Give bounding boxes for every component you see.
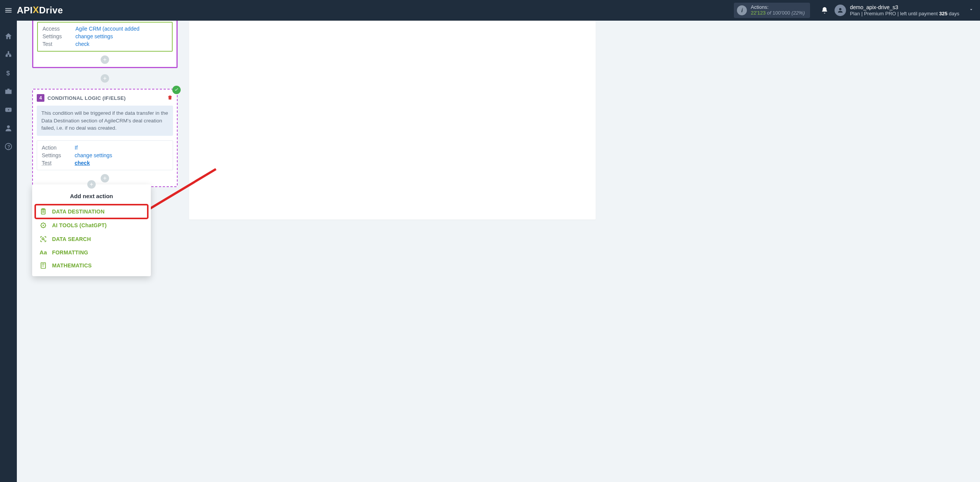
workflow-column: Access Agile CRM (account added Settings… <box>32 21 178 187</box>
workflow-step-card: Access Agile CRM (account added Settings… <box>32 21 178 68</box>
trash-icon <box>167 94 173 101</box>
clipboard-icon <box>39 208 47 215</box>
svg-point-8 <box>42 238 44 240</box>
left-sidebar: $ ? <box>0 21 17 482</box>
actions-counter[interactable]: i Actions: 22'123 of 100'000 (22%) <box>734 3 810 18</box>
kv-key: Test <box>42 41 71 47</box>
user-menu[interactable]: demo_apix-drive_s3 Plan | Premium PRO | … <box>832 4 976 16</box>
add-inside-cond-button[interactable]: + <box>101 174 109 182</box>
check-link[interactable]: check <box>75 160 90 166</box>
delete-step-button[interactable] <box>167 94 173 102</box>
svg-text:?: ? <box>7 144 10 150</box>
plan-days: 325 <box>939 11 947 16</box>
popover-item-mathematics[interactable]: MATHEMATICS <box>35 259 148 272</box>
actions-numbers: 22'123 of 100'000 (22%) <box>751 10 805 16</box>
dollar-icon[interactable]: $ <box>4 69 13 77</box>
kv-row-settings: Settings change settings <box>41 33 169 40</box>
actions-pct: (22%) <box>792 10 805 16</box>
change-settings-link[interactable]: change settings <box>75 33 113 39</box>
plan-prefix: Plan | <box>850 11 862 16</box>
add-step-inside-button[interactable]: + <box>101 55 109 64</box>
conditional-card-header: 4 CONDITIONAL LOGIC (IF/ELSE) <box>37 94 173 102</box>
bell-icon <box>821 7 828 14</box>
gear-head-icon <box>39 221 47 229</box>
chevron-down-icon <box>969 7 974 12</box>
kv-key: Access <box>42 26 71 32</box>
scan-icon <box>39 235 47 243</box>
actions-used: 22'123 <box>751 10 766 16</box>
add-step-between-button[interactable]: + <box>101 74 109 83</box>
user-icon <box>837 7 844 14</box>
popover-item-label: DATA SEARCH <box>52 236 91 242</box>
avatar <box>835 5 846 16</box>
plan-name: Premium PRO <box>864 11 896 16</box>
access-link[interactable]: Agile CRM (account added <box>75 26 139 32</box>
actions-of: of <box>767 10 771 16</box>
main-area: Access Agile CRM (account added Settings… <box>17 21 980 482</box>
popover-plus-button[interactable]: + <box>87 180 96 189</box>
kv-key: Settings <box>42 33 71 39</box>
change-settings-link[interactable]: change settings <box>75 152 112 158</box>
actions-label: Actions: <box>751 5 805 10</box>
data-destination-block: Access Agile CRM (account added Settings… <box>37 22 173 52</box>
user-menu-caret <box>969 7 974 13</box>
step-title: CONDITIONAL LOGIC (IF/ELSE) <box>47 95 126 101</box>
actions-total: 100'000 <box>773 10 790 16</box>
popover-item-formatting[interactable]: Aa FORMATTING <box>35 246 148 259</box>
kv-row-settings: Settings change settings <box>40 151 170 159</box>
status-check-badge <box>172 86 181 94</box>
briefcase-icon[interactable] <box>4 87 13 96</box>
kv-row-access: Access Agile CRM (account added <box>41 25 169 33</box>
home-icon[interactable] <box>4 32 13 41</box>
detail-panel <box>189 21 596 220</box>
action-if-link[interactable]: If <box>75 145 78 151</box>
popover-item-ai-tools[interactable]: AI TOOLS (ChatGPT) <box>35 218 148 232</box>
condition-kv-table: Action If Settings change settings Test … <box>37 140 173 170</box>
popover-title: Add next action <box>35 193 148 199</box>
step-number: 4 <box>37 94 44 102</box>
kv-row-test: Test check <box>41 40 169 48</box>
conditional-logic-card: 4 CONDITIONAL LOGIC (IF/ELSE) This condi… <box>32 89 178 187</box>
check-link[interactable]: check <box>75 41 90 47</box>
add-next-action-popover: + Add next action DATA DESTINATION AI TO… <box>32 184 151 276</box>
youtube-icon[interactable] <box>4 106 13 114</box>
user-plan: Plan | Premium PRO | left until payment … <box>850 11 959 17</box>
kv-row-test: Test check <box>40 159 170 167</box>
hamburger-menu-button[interactable] <box>0 0 17 21</box>
popover-item-data-search[interactable]: DATA SEARCH <box>35 232 148 246</box>
popover-item-label: MATHEMATICS <box>52 262 92 269</box>
popover-item-label: DATA DESTINATION <box>52 208 105 215</box>
kv-key: Action <box>42 145 70 151</box>
notifications-button[interactable] <box>817 0 832 21</box>
plan-suffix: days <box>949 11 959 16</box>
hamburger-icon <box>4 6 13 15</box>
kv-table: Access Agile CRM (account added Settings… <box>38 23 172 51</box>
kv-key: Test <box>42 160 70 166</box>
brand-x: X <box>33 5 39 15</box>
user-name: demo_apix-drive_s3 <box>850 4 959 11</box>
brand-pre: API <box>17 5 33 16</box>
svg-point-2 <box>7 125 10 128</box>
aa-icon: Aa <box>39 249 47 256</box>
topbar: APIXDrive i Actions: 22'123 of 100'000 (… <box>0 0 980 21</box>
info-icon: i <box>737 5 747 15</box>
popover-item-label: FORMATTING <box>52 249 88 256</box>
popover-item-label: AI TOOLS (ChatGPT) <box>52 222 107 228</box>
help-icon[interactable]: ? <box>4 142 13 151</box>
calculator-icon <box>39 262 47 269</box>
check-icon <box>174 87 179 93</box>
sitemap-icon[interactable] <box>4 50 13 59</box>
kv-row-action: Action If <box>40 144 170 151</box>
popover-item-data-destination[interactable]: DATA DESTINATION <box>35 205 148 218</box>
profile-icon[interactable] <box>4 124 13 132</box>
brand-post: Drive <box>39 5 63 16</box>
svg-text:$: $ <box>7 70 10 77</box>
svg-point-7 <box>42 225 44 226</box>
condition-description: This condition will be triggered if the … <box>37 106 173 136</box>
kv-key: Settings <box>42 152 70 158</box>
plan-mid: | left until payment <box>897 11 938 16</box>
brand-logo[interactable]: APIXDrive <box>17 5 63 16</box>
